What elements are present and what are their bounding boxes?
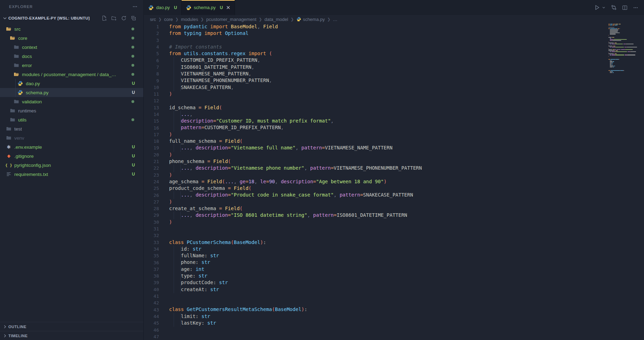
line-number[interactable]: 35	[144, 253, 159, 258]
line-number[interactable]: 20	[144, 152, 159, 157]
line-number[interactable]: 18	[144, 139, 159, 144]
line-number[interactable]: 4	[144, 44, 159, 50]
line-number[interactable]: 17	[144, 132, 159, 137]
line-number[interactable]: 25	[144, 186, 159, 191]
line-number[interactable]: 9	[144, 78, 159, 83]
explorer-more-button[interactable]	[132, 4, 138, 9]
line-number[interactable]: 2	[144, 31, 159, 36]
modified-dot	[131, 55, 134, 58]
tree-item-utils[interactable]: utils	[0, 115, 143, 124]
line-number[interactable]: 21	[144, 159, 159, 164]
tree-item-pyrightconfig.json[interactable]: { }pyrightconfig.jsonU	[0, 161, 143, 170]
line-number[interactable]: 44	[144, 314, 159, 319]
line-number[interactable]: 6	[144, 58, 159, 63]
tree-item-modules-pcustomer-management-data-[interactable]: modules / pcustomer_management / data_…	[0, 70, 143, 79]
line-number[interactable]: 40	[144, 287, 159, 292]
tree-item-test[interactable]: test	[0, 124, 143, 133]
line-number[interactable]: 27	[144, 199, 159, 205]
sidebar-section-outline[interactable]: OUTLINE	[0, 322, 143, 331]
tab-schema.py[interactable]: schema.pyU✕	[182, 0, 235, 15]
line-number[interactable]: 28	[144, 206, 159, 211]
minimap-line	[624, 47, 624, 47]
tab-dao.py[interactable]: dao.pyU	[144, 0, 182, 15]
close-icon[interactable]: ✕	[226, 5, 230, 10]
refresh-explorer-button[interactable]	[121, 15, 127, 21]
tree-item-src[interactable]: src	[0, 24, 143, 34]
breadcrumb-item-data_model[interactable]: data_model	[264, 17, 288, 22]
breadcrumb-item-src[interactable]: src	[150, 17, 156, 22]
tree-item-schema.py[interactable]: schema.pyU	[0, 88, 143, 97]
line-number[interactable]: 11	[144, 91, 159, 97]
line-number[interactable]: 37	[144, 267, 159, 272]
code-area[interactable]: 1from pydantic import BaseModel, Field2f…	[144, 23, 644, 340]
line-number[interactable]: 16	[144, 125, 159, 131]
split-editor-button[interactable]	[622, 5, 628, 10]
line-number[interactable]: 23	[144, 172, 159, 178]
line-number[interactable]: 38	[144, 273, 159, 279]
minimap-line	[611, 44, 611, 44]
line-number[interactable]: 12	[144, 98, 159, 103]
collapse-folders-button[interactable]	[131, 15, 136, 21]
line-number[interactable]: 36	[144, 260, 159, 265]
line-number[interactable]: 8	[144, 71, 159, 76]
open-changes-button[interactable]	[611, 5, 617, 10]
line-number[interactable]: 26	[144, 193, 159, 198]
line-number[interactable]: 42	[144, 300, 159, 305]
line-number[interactable]: 1	[144, 24, 159, 29]
line-number[interactable]: 19	[144, 145, 159, 150]
new-folder-button[interactable]	[111, 15, 117, 21]
tree-item-.env.example[interactable]: ✱.env.exampleU	[0, 142, 143, 151]
minimap-line	[618, 49, 619, 50]
minimap-line	[612, 64, 613, 64]
line-number[interactable]: 29	[144, 213, 159, 218]
tree-item-.gitignore[interactable]: .gitignoreU	[0, 151, 143, 161]
breadcrumb-item-pcustomer_management[interactable]: pcustomer_management	[206, 17, 256, 22]
run-python-file-button[interactable]	[594, 5, 600, 10]
line-number[interactable]: 33	[144, 240, 159, 245]
breadcrumb-symbol-ellipsis[interactable]: …	[333, 17, 338, 22]
line-number[interactable]: 45	[144, 320, 159, 326]
minimap[interactable]	[608, 23, 644, 340]
line-number[interactable]: 32	[144, 233, 159, 238]
code-line-21: 21phone_schema = Field(	[144, 158, 644, 165]
tree-item-runtimes[interactable]: runtimes	[0, 106, 143, 115]
tree-item-core[interactable]: core	[0, 34, 143, 43]
breadcrumb-item-schema.py[interactable]: schema.py	[296, 17, 325, 22]
line-number[interactable]: 34	[144, 246, 159, 252]
tree-item-docs[interactable]: docs	[0, 52, 143, 61]
line-number[interactable]: 3	[144, 38, 159, 43]
line-number[interactable]: 39	[144, 280, 159, 285]
tree-item-error[interactable]: error	[0, 61, 143, 70]
line-number[interactable]: 7	[144, 65, 159, 70]
line-number[interactable]: 14	[144, 112, 159, 117]
minimap-line	[610, 61, 613, 62]
line-number[interactable]: 5	[144, 51, 159, 56]
line-number[interactable]: 15	[144, 118, 159, 124]
code-line-14: 14 ...,	[144, 111, 644, 118]
breadcrumb-item-core[interactable]: core	[164, 17, 173, 22]
tree-item-venv[interactable]: venv	[0, 133, 143, 142]
asterisk-icon: ✱	[6, 144, 12, 150]
line-number[interactable]: 31	[144, 226, 159, 231]
line-number[interactable]: 10	[144, 85, 159, 90]
run-dropdown-button[interactable]	[602, 6, 606, 9]
line-number[interactable]: 22	[144, 165, 159, 171]
tree-item-dao.py[interactable]: dao.pyU	[0, 79, 143, 88]
project-section-header[interactable]: COGNITO-EXAMPLE-PY [WSL: UBUNTU]	[0, 13, 143, 23]
line-number[interactable]: 24	[144, 179, 159, 184]
line-number[interactable]: 41	[144, 294, 159, 299]
minimap-line	[612, 47, 615, 47]
tree-item-validation[interactable]: validation	[0, 97, 143, 106]
tree-item-requirements.txt[interactable]: requirements.txtU	[0, 170, 143, 179]
new-file-button[interactable]	[101, 15, 107, 21]
sidebar-section-timeline[interactable]: TIMELINE	[0, 331, 143, 340]
line-number[interactable]: 30	[144, 220, 159, 225]
line-number[interactable]: 47	[144, 334, 159, 339]
minimap-line	[608, 45, 609, 45]
breadcrumb-item-modules[interactable]: modules	[181, 17, 198, 22]
line-number[interactable]: 46	[144, 327, 159, 333]
more-actions-button[interactable]	[633, 5, 638, 10]
line-number[interactable]: 13	[144, 105, 159, 110]
tree-item-context[interactable]: context	[0, 43, 143, 52]
line-number[interactable]: 43	[144, 307, 159, 312]
